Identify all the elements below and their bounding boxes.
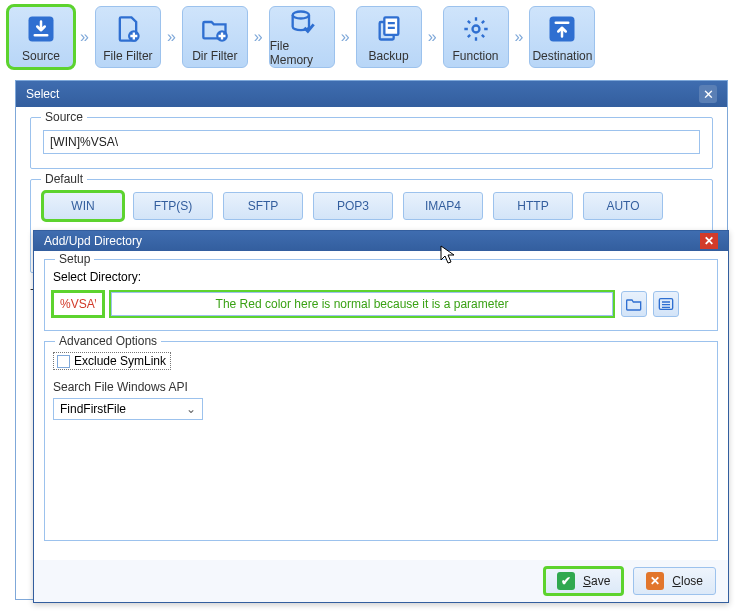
database-check-icon (284, 7, 320, 37)
search-api-label: Search File Windows API (53, 380, 709, 394)
source-fieldset: Source (30, 117, 713, 169)
setup-fieldset: Setup Select Directory: (44, 259, 718, 331)
protocol-win[interactable]: WIN (43, 192, 123, 220)
protocol-imap4[interactable]: IMAP4 (403, 192, 483, 220)
chevron-right-icon: » (424, 28, 441, 46)
x-icon: ✕ (646, 572, 664, 590)
step-backup[interactable]: Backup (356, 6, 422, 68)
dialog-titlebar[interactable]: Add/Upd Directory ✕ (34, 231, 728, 251)
step-file-filter[interactable]: File Filter (95, 6, 161, 68)
svg-point-6 (472, 26, 479, 33)
close-icon[interactable]: ✕ (700, 233, 718, 249)
setup-legend: Setup (55, 252, 94, 266)
add-upd-directory-dialog: Add/Upd Directory ✕ Setup Select Directo… (33, 230, 729, 603)
step-destination[interactable]: Destination (529, 6, 595, 68)
select-directory-label: Select Directory: (53, 270, 141, 284)
dialog-title-text: Add/Upd Directory (44, 234, 142, 248)
close-button[interactable]: ✕ Close (633, 567, 716, 595)
protocol-http[interactable]: HTTP (493, 192, 573, 220)
save-label-rest: ave (591, 574, 610, 588)
list-icon (658, 297, 674, 311)
combo-value: FindFirstFile (60, 402, 126, 416)
step-label: Destination (532, 49, 592, 63)
source-legend: Source (41, 110, 87, 124)
file-plus-icon (110, 11, 146, 47)
step-function[interactable]: Function (443, 6, 509, 68)
list-view-button[interactable] (653, 291, 679, 317)
chevron-right-icon: » (163, 28, 180, 46)
advanced-options-fieldset: Advanced Options Exclude SymLink Search … (44, 341, 718, 541)
chevron-right-icon: » (250, 28, 267, 46)
protocol-pop3[interactable]: POP3 (313, 192, 393, 220)
protocol-ftps[interactable]: FTP(S) (133, 192, 213, 220)
chevron-down-icon: ⌄ (186, 402, 196, 416)
gear-icon (458, 11, 494, 47)
source-input[interactable] (43, 130, 700, 154)
files-icon (371, 11, 407, 47)
directory-note-input[interactable] (111, 292, 613, 316)
step-source[interactable]: Source (8, 6, 74, 68)
download-icon (23, 11, 59, 47)
step-label: Function (453, 49, 499, 63)
protocol-auto[interactable]: AUTO (583, 192, 663, 220)
step-file-memory[interactable]: File Memory (269, 6, 335, 68)
panel-titlebar: Select ✕ (16, 81, 727, 107)
step-label: Source (22, 49, 60, 63)
svg-rect-5 (384, 17, 398, 35)
chevron-right-icon: » (511, 28, 528, 46)
step-toolbar: Source » File Filter » Dir Filter » File… (0, 0, 740, 74)
step-label: Backup (369, 49, 409, 63)
browse-folder-button[interactable] (621, 291, 647, 317)
step-label: File Filter (103, 49, 152, 63)
svg-point-3 (292, 12, 308, 19)
exclude-symlink-label: Exclude SymLink (74, 354, 166, 368)
save-button[interactable]: ✔ Save (544, 567, 623, 595)
folder-icon (626, 297, 642, 311)
protocol-sftp[interactable]: SFTP (223, 192, 303, 220)
folder-plus-icon (197, 11, 233, 47)
chevron-right-icon: » (76, 28, 93, 46)
exclude-symlink-checkbox[interactable]: Exclude SymLink (53, 352, 171, 370)
checkbox-icon (57, 355, 70, 368)
search-api-combo[interactable]: FindFirstFile ⌄ (53, 398, 203, 420)
dialog-footer: ✔ Save ✕ Close (34, 560, 728, 602)
upload-icon (544, 11, 580, 47)
default-legend: Default (41, 172, 87, 186)
close-label-rest: lose (681, 574, 703, 588)
step-dir-filter[interactable]: Dir Filter (182, 6, 248, 68)
step-label: File Memory (270, 39, 334, 67)
chevron-right-icon: » (337, 28, 354, 46)
step-label: Dir Filter (192, 49, 237, 63)
panel-title-text: Select (26, 87, 59, 101)
directory-param-input[interactable] (53, 292, 103, 316)
check-icon: ✔ (557, 572, 575, 590)
advanced-legend: Advanced Options (55, 334, 161, 348)
close-icon[interactable]: ✕ (699, 85, 717, 103)
